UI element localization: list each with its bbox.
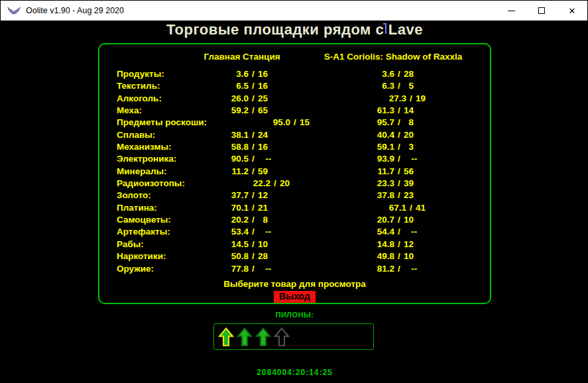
value: / <box>394 190 404 200</box>
commodity-label: Самоцветы: <box>117 215 171 225</box>
pylon-arrow-icon-empty <box>274 327 290 347</box>
pylon-arrow-icon-filled <box>255 327 271 347</box>
table-row[interactable]: Меха:59.2/6561.3/14 <box>99 105 490 117</box>
commodity-label: Платина: <box>117 203 157 213</box>
value: 20 <box>280 178 297 188</box>
value: 10 <box>404 215 421 225</box>
value: 3.6 <box>355 69 394 79</box>
main-station-price: 3.6/16 <box>209 69 275 79</box>
other-station-price: 6.3/ 5 <box>355 81 421 91</box>
value: / <box>249 69 258 79</box>
table-row[interactable]: Минералы:11.2/5911.7/56 <box>99 166 490 178</box>
commodity-label: Механизмы: <box>117 142 171 152</box>
value: 21 <box>258 203 275 213</box>
value: 11.2 <box>209 166 249 176</box>
oolite-window: Oolite v1.90 - Aug 29 2020 ✕ Торговые пл… <box>0 0 588 383</box>
value: 67.1 <box>367 203 406 213</box>
value: 15 <box>300 117 317 127</box>
table-row[interactable]: Самоцветы:20.2/ 820.7/10 <box>99 215 490 227</box>
maximize-button[interactable] <box>526 1 557 21</box>
column-header-main-station: Главная Станция <box>204 52 280 62</box>
exit-button[interactable]: Выход <box>274 291 316 303</box>
value: 28 <box>258 251 275 261</box>
value: 24 <box>258 130 275 140</box>
table-row[interactable]: Предметы роскоши:95.0/1595.7/ 8 <box>99 117 490 129</box>
value: / <box>249 93 258 103</box>
commodity-label: Рабы: <box>117 239 144 249</box>
value: / <box>249 154 258 164</box>
other-station-price: 67.1/41 <box>367 203 433 213</box>
main-station-price: 22.2/20 <box>231 178 297 188</box>
minimize-button[interactable] <box>496 1 526 21</box>
value: / <box>249 105 258 115</box>
table-row[interactable]: Продукты:3.6/163.6/28 <box>99 69 490 81</box>
main-station-price: 90.5/ -- <box>209 154 275 164</box>
value: 12 <box>404 239 421 249</box>
table-row[interactable]: Оружие:77.8/ --81.2/ -- <box>99 264 490 276</box>
table-row[interactable]: Наркотики:50.8/2849.8/10 <box>99 251 490 263</box>
other-station-price: 93.9/ -- <box>355 154 421 164</box>
value: 20 <box>404 130 421 140</box>
table-row[interactable]: Текстиль:6.5/166.3/ 5 <box>99 81 490 93</box>
maximize-icon <box>538 7 545 14</box>
value: 39 <box>404 178 421 188</box>
other-station-price: 37.8/23 <box>355 190 421 200</box>
value: 58.8 <box>209 142 249 152</box>
other-station-price: 40.4/20 <box>355 130 421 140</box>
value: 3.6 <box>209 69 249 79</box>
commodity-label: Текстиль: <box>117 81 160 91</box>
value: 10 <box>258 239 275 249</box>
table-row[interactable]: Алкоголь:26.0/2527.3/19 <box>99 93 490 105</box>
value: / <box>249 227 258 237</box>
pylon-status-box <box>213 323 374 350</box>
value: 8 <box>404 117 421 127</box>
table-row[interactable]: Артефакты:53.4/ --54.4/ -- <box>99 227 490 239</box>
value: 61.3 <box>355 105 394 115</box>
value: / <box>394 178 404 188</box>
value: 6.3 <box>355 81 394 91</box>
value: 10 <box>404 251 421 261</box>
commodity-label: Продукты: <box>117 69 164 79</box>
other-station-price: 61.3/14 <box>355 105 421 115</box>
value: 95.0 <box>251 117 290 127</box>
value: 38.1 <box>209 130 249 140</box>
titlebar[interactable]: Oolite v1.90 - Aug 29 2020 ✕ <box>1 1 587 21</box>
main-station-price: 11.2/59 <box>209 166 275 176</box>
value: / <box>249 142 258 152</box>
commodity-label: Электроника: <box>117 154 176 164</box>
table-row[interactable]: Механизмы:58.8/1659.1/ 3 <box>99 142 490 154</box>
table-row[interactable]: Золото:37.7/1237.8/23 <box>99 190 490 202</box>
main-station-price: 37.7/12 <box>209 190 275 200</box>
pylons-label: ПИЛОНЫ: <box>1 311 588 319</box>
value: 65 <box>258 105 275 115</box>
main-station-price: 77.8/ -- <box>209 264 275 274</box>
table-row[interactable]: Радиоизотопы:22.2/2023.3/39 <box>99 178 490 190</box>
other-station-price: 11.7/56 <box>355 166 421 176</box>
other-station-price: 81.2/ -- <box>355 264 421 274</box>
value: 95.7 <box>355 117 394 127</box>
main-station-price: 70.1/21 <box>209 203 275 213</box>
value: 16 <box>258 69 275 79</box>
main-station-price: 6.5/16 <box>209 81 275 91</box>
value: -- <box>258 227 275 237</box>
value: 23.3 <box>355 178 394 188</box>
text-cursor-icon <box>383 23 386 34</box>
value: / <box>394 264 404 274</box>
close-button[interactable]: ✕ <box>557 1 587 21</box>
selection-prompt: Выберите товар для просмотра <box>99 279 490 289</box>
value: 37.8 <box>355 190 394 200</box>
value: / <box>249 215 258 225</box>
table-row[interactable]: Электроника:90.5/ --93.9/ -- <box>99 154 490 166</box>
value: 19 <box>416 93 433 103</box>
table-row[interactable]: Платина:70.1/2167.1/41 <box>99 203 490 215</box>
value: -- <box>404 227 421 237</box>
value: -- <box>258 154 275 164</box>
table-row[interactable]: Рабы:14.5/1014.8/12 <box>99 239 490 251</box>
value: / <box>394 81 404 91</box>
value: 27.3 <box>367 93 406 103</box>
main-station-price: 95.0/15 <box>251 117 317 127</box>
value: 37.7 <box>209 190 249 200</box>
value: / <box>249 81 258 91</box>
value: 59 <box>258 166 275 176</box>
table-row[interactable]: Сплавы:38.1/2440.4/20 <box>99 130 490 142</box>
